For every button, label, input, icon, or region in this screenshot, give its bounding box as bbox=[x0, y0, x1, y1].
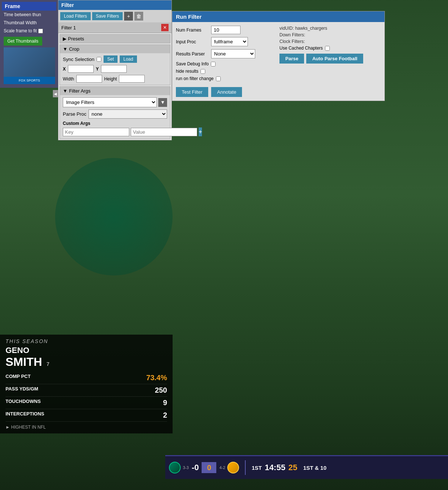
this-season-label: THIS SEASON bbox=[6, 338, 167, 344]
key-input[interactable] bbox=[63, 128, 129, 136]
use-cached-chapters-label: Use Cached Chapters bbox=[279, 46, 323, 51]
input-proc-select[interactable]: fullframe crop scale bbox=[211, 37, 248, 46]
game-time: 14:55 bbox=[265, 463, 285, 472]
load-filters-button[interactable]: Load Filters bbox=[60, 12, 91, 20]
custom-args-label: Custom Args bbox=[63, 121, 167, 126]
team2-logo bbox=[227, 462, 239, 473]
team1-record: 3-3 bbox=[183, 465, 189, 470]
x-input[interactable] bbox=[68, 65, 94, 73]
crop-load-button[interactable]: Load bbox=[120, 55, 137, 63]
hide-results-checkbox[interactable] bbox=[200, 69, 205, 74]
stats-panel: THIS SEASON GENO SMITH 7 COMP PCT 73.4% … bbox=[0, 335, 173, 433]
parse-proc-row: Parse Proc none football basketball bbox=[63, 109, 167, 119]
input-proc-label: Input Proc bbox=[176, 39, 209, 44]
score-separator: 0 bbox=[202, 462, 216, 473]
xy-row: X Y bbox=[63, 65, 167, 73]
get-thumbnails-button[interactable]: Get Thumbnails bbox=[4, 37, 42, 46]
parse-proc-label: Parse Proc bbox=[63, 111, 86, 117]
player-number: 7 bbox=[47, 361, 50, 367]
filter-args-arrow: ▼ bbox=[63, 88, 68, 94]
highest-nfl: ► HIGHEST IN NFL bbox=[6, 425, 167, 430]
use-cached-chapters-checkbox[interactable] bbox=[325, 46, 330, 51]
filter1-label: Filter 1 bbox=[61, 25, 76, 30]
parse-button[interactable]: Parse bbox=[279, 54, 304, 64]
height-input[interactable] bbox=[119, 75, 145, 83]
x-label: X bbox=[63, 66, 66, 72]
seahawks-logo-bg bbox=[55, 158, 173, 275]
results-parser-select[interactable]: None Football Basketball bbox=[211, 49, 255, 58]
image-filters-row: Image Filters ▼ bbox=[63, 97, 167, 107]
stat-row-0: COMP PCT 73.4% bbox=[6, 372, 167, 384]
stat-row-1: PASS YDS/GM 250 bbox=[6, 384, 167, 397]
annotate-button[interactable]: Annotate bbox=[211, 87, 242, 97]
player-overlay: THIS SEASON GENO SMITH 7 COMP PCT 73.4% … bbox=[0, 140, 184, 433]
parse-proc-select[interactable]: none football basketball bbox=[88, 109, 167, 119]
team1-logo bbox=[169, 462, 181, 473]
filter-args-content: Image Filters ▼ Parse Proc none football… bbox=[60, 95, 170, 138]
crop-arrow: ▼ bbox=[63, 46, 68, 52]
image-filters-dropdown[interactable]: ▼ bbox=[158, 98, 167, 107]
rf-left: Num Frames Input Proc fullframe crop sca… bbox=[176, 26, 277, 83]
y-label: Y bbox=[96, 66, 99, 72]
presets-header[interactable]: ▶ Presets bbox=[60, 35, 170, 43]
thumbnail-label: FOX SPORTS bbox=[19, 79, 40, 82]
filter-args-section: ▼ Filter Args Image Filters ▼ Parse Proc… bbox=[59, 86, 170, 139]
bottom-scoreboard: 3-3 -0 0 4-2 1ST 14:55 25 1ST & 10 bbox=[165, 455, 448, 479]
team1-block: 3-3 bbox=[169, 462, 189, 473]
time-between-item: Time between thun bbox=[2, 11, 56, 19]
run-filter-content: Num Frames Input Proc fullframe crop sca… bbox=[172, 22, 384, 87]
separator bbox=[245, 460, 246, 475]
kv-add-button[interactable]: + bbox=[199, 127, 202, 136]
filter-args-label: Filter Args bbox=[69, 88, 91, 94]
frame-title: Frame bbox=[2, 2, 56, 11]
player-name: GENO SMITH 7 bbox=[6, 346, 167, 369]
scale-frame-item: Scale frame to fit bbox=[2, 27, 56, 35]
crop-set-button[interactable]: Set bbox=[104, 55, 118, 63]
auto-parse-football-button[interactable]: Auto Parse Football bbox=[306, 54, 363, 64]
y-input[interactable] bbox=[101, 65, 127, 73]
hide-results-row: hide results bbox=[176, 69, 277, 74]
value-input[interactable] bbox=[131, 128, 197, 136]
thumbnail-width-item: Thumbnail Width bbox=[2, 19, 56, 27]
filter-panel-title: Filter bbox=[58, 0, 171, 10]
add-filter-button[interactable]: + bbox=[124, 12, 133, 21]
filter-toolbar: Load Filters Save Filters + 🗑 bbox=[58, 10, 171, 22]
width-input[interactable] bbox=[76, 75, 102, 83]
run-filter-panel: Run Filter Num Frames Input Proc fullfra… bbox=[172, 11, 385, 101]
sync-checkbox[interactable] bbox=[97, 57, 101, 62]
num-frames-label: Num Frames bbox=[176, 28, 209, 33]
team2-block: 4-2 bbox=[219, 462, 239, 473]
num-frames-input[interactable] bbox=[211, 26, 241, 34]
save-debug-checkbox[interactable] bbox=[211, 62, 216, 66]
rf-button-row: Test Filter Annotate bbox=[172, 87, 384, 101]
crop-content: Sync Selection Set Load X Y Width Height bbox=[60, 53, 170, 85]
quarter-label: 1ST bbox=[252, 465, 262, 471]
filter1-header: Filter 1 ✕ bbox=[58, 22, 171, 33]
scale-frame-checkbox[interactable] bbox=[38, 29, 43, 33]
sync-row: Sync Selection Set Load bbox=[63, 55, 167, 63]
run-on-filter-change-checkbox[interactable] bbox=[216, 76, 221, 81]
stat-row-2: TOUCHDOWNS 9 bbox=[6, 397, 167, 409]
width-label: Width bbox=[63, 76, 74, 82]
save-debug-label: Save Debug Info bbox=[176, 61, 209, 66]
delete-filter-button[interactable]: 🗑 bbox=[134, 12, 143, 21]
left-panel: Frame Time between thun Thumbnail Width … bbox=[0, 0, 58, 88]
save-filters-button[interactable]: Save Filters bbox=[92, 12, 123, 20]
filter-args-header[interactable]: ▼ Filter Args bbox=[60, 87, 170, 95]
test-filter-button[interactable]: Test Filter bbox=[176, 87, 208, 97]
thumbnail-preview: FOX SPORTS bbox=[4, 47, 55, 84]
stat-row-3: INTERCEPTIONS 2 bbox=[6, 409, 167, 422]
crop-header[interactable]: ▼ Crop bbox=[60, 45, 170, 53]
parse-buttons: Parse Auto Parse Football bbox=[279, 54, 381, 64]
scroll-indicator[interactable]: ◀ bbox=[53, 90, 58, 97]
team1-score: -0 bbox=[192, 463, 199, 472]
down-distance: 1ST & 10 bbox=[303, 465, 326, 471]
run-filter-title: Run Filter bbox=[172, 11, 384, 22]
team2-record: 4-2 bbox=[219, 465, 225, 470]
filter-panel: Filter Load Filters Save Filters + 🗑 Fil… bbox=[58, 0, 172, 140]
hide-results-label: hide results bbox=[176, 69, 198, 74]
filter1-close-button[interactable]: ✕ bbox=[161, 24, 169, 31]
image-filters-select[interactable]: Image Filters bbox=[63, 97, 157, 107]
play-clock: 25 bbox=[288, 463, 297, 472]
run-on-filter-change-row: run on filter change bbox=[176, 76, 277, 81]
